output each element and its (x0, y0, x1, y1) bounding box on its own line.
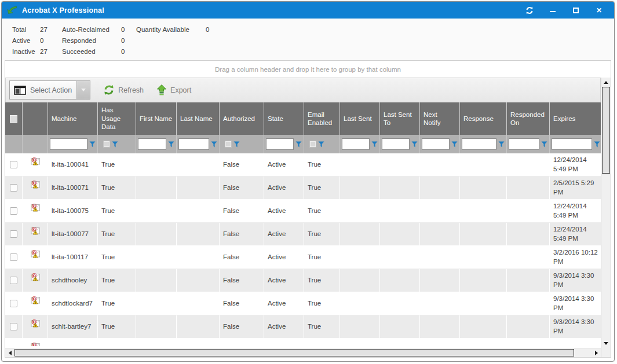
filter-icon[interactable] (594, 141, 600, 148)
filter-icon[interactable] (318, 141, 324, 148)
titlebar[interactable]: Acrobat X Professional ✕ (2, 2, 614, 19)
cell-state: Active (264, 292, 304, 315)
filter-icon[interactable] (211, 141, 217, 148)
column-header-response[interactable]: Response (460, 102, 507, 135)
scroll-up-button[interactable] (601, 78, 611, 87)
row-checkbox[interactable] (10, 300, 17, 307)
close-icon: ✕ (596, 7, 602, 14)
minimize-button[interactable] (548, 6, 557, 15)
table-row[interactable]: @schlt-bartley7TrueFalseActiveTrue9/3/20… (5, 315, 601, 339)
filter-icon[interactable] (411, 141, 418, 148)
table-row[interactable]: @lt-ita-100041TrueFalseActiveTrue12/24/2… (5, 153, 601, 177)
stat-value: 0 (121, 48, 136, 55)
filter-icon[interactable] (89, 141, 96, 148)
cell-last-name (177, 153, 220, 176)
row-status-cell: @ (23, 223, 48, 245)
cell-responded-on (507, 269, 550, 292)
filter-cell-has-usage-data (98, 135, 136, 153)
svg-text:@: @ (31, 156, 37, 163)
table-row[interactable]: @lt-ita-100077TrueFalseActiveTrue12/24/2… (5, 223, 601, 246)
filter-input-last-sent-to[interactable] (382, 138, 410, 150)
filter-checkbox-has-usage-data[interactable] (103, 141, 110, 148)
cell-last-name (177, 177, 220, 199)
cell-expires: 9/3/2014 3:30 PM (550, 315, 601, 338)
table-row[interactable]: @schdthooleyTrueFalseActiveTrue9/3/2014 … (5, 269, 601, 292)
filter-checkbox-authorized[interactable] (225, 141, 232, 148)
row-checkbox[interactable] (10, 161, 17, 168)
row-checkbox[interactable] (10, 184, 17, 192)
column-header-first-name[interactable]: First Name (136, 102, 177, 135)
column-header-has-usage-data[interactable]: Has Usage Data (98, 102, 136, 135)
filter-checkbox-email-enabled[interactable] (309, 141, 316, 148)
vertical-scrollbar[interactable] (601, 78, 611, 357)
filter-cell-expires (550, 135, 602, 153)
app-window: Acrobat X Professional ✕ Total27Auto-Rec… (1, 1, 615, 362)
filter-icon[interactable] (371, 141, 378, 148)
refresh-icon (103, 84, 115, 95)
filter-input-expires[interactable] (552, 138, 592, 150)
column-header-expires[interactable]: Expires (550, 102, 602, 135)
select-action-button[interactable]: Select Action (9, 80, 90, 100)
column-header-authorized[interactable]: Authorized (220, 102, 264, 135)
scroll-right-button[interactable] (592, 348, 601, 357)
row-checkbox[interactable] (10, 277, 17, 284)
filter-icon[interactable] (451, 141, 458, 148)
column-header-email-enabled[interactable]: Email Enabled (304, 102, 340, 135)
horizontal-scrollbar[interactable] (5, 348, 601, 357)
row-checkbox[interactable] (10, 253, 17, 261)
vertical-scroll-track[interactable] (601, 174, 611, 339)
filter-cell-state (264, 135, 304, 153)
filter-icon[interactable] (295, 141, 302, 148)
filter-icon[interactable] (112, 141, 118, 148)
column-header-state[interactable]: State (264, 102, 304, 135)
column-header-next-notify[interactable]: Next Notify (420, 102, 460, 135)
table-row[interactable]: @schlt-TrueFalseActiveTrue10/27/2014 (5, 339, 601, 346)
column-header-last-sent-to[interactable]: Last Sent To (380, 102, 420, 135)
table-row[interactable]: @lt-ita-100071TrueFalseActiveTrue2/5/201… (5, 177, 601, 200)
column-header-last-name[interactable]: Last Name (177, 102, 220, 135)
row-select-cell (5, 269, 23, 292)
table-row[interactable]: @schdtlockard7TrueFalseActiveTrue9/3/201… (5, 292, 601, 315)
cell-email-enabled: True (304, 200, 340, 222)
filter-input-machine[interactable] (50, 138, 87, 150)
horizontal-scroll-thumb[interactable] (14, 349, 574, 356)
maximize-button[interactable] (571, 6, 581, 15)
row-checkbox[interactable] (10, 207, 17, 215)
filter-icon[interactable] (498, 141, 505, 148)
cell-last-sent (340, 315, 380, 338)
cell-expires: 3/2/2016 10:12 PM (550, 246, 601, 269)
vertical-scroll-thumb[interactable] (602, 87, 610, 174)
filter-input-last-sent[interactable] (342, 138, 370, 150)
select-action-dropdown[interactable] (76, 81, 90, 99)
column-header-responded-on[interactable]: Responded On (507, 102, 550, 135)
cell-next-notify (420, 315, 460, 338)
minimize-icon (550, 11, 556, 12)
filter-input-state[interactable] (266, 138, 294, 150)
email-warning-icon: @ (30, 179, 41, 192)
cell-last-sent-to (380, 200, 420, 222)
filter-input-first-name[interactable] (138, 138, 166, 150)
scroll-down-button[interactable] (601, 339, 611, 348)
filter-icon[interactable] (168, 141, 174, 148)
filter-input-response[interactable] (462, 138, 496, 150)
column-header-last-sent[interactable]: Last Sent (340, 102, 380, 135)
filter-input-responded-on[interactable] (509, 138, 539, 150)
export-label: Export (170, 86, 191, 94)
column-header-machine[interactable]: Machine (48, 102, 98, 135)
refresh-button[interactable]: Refresh (103, 84, 144, 95)
close-button[interactable]: ✕ (594, 6, 604, 15)
group-by-band[interactable]: Drag a column header and drop it here to… (5, 61, 611, 78)
cell-expires: 9/3/2014 3:30 PM (550, 269, 601, 292)
window-refresh-button[interactable] (525, 6, 534, 15)
filter-icon[interactable] (541, 141, 547, 148)
table-row[interactable]: @lt-ita-100117TrueFalseActiveTrue3/2/201… (5, 246, 601, 269)
filter-input-next-notify[interactable] (422, 138, 450, 150)
scroll-left-button[interactable] (5, 348, 14, 357)
select-all-checkbox[interactable] (10, 115, 17, 123)
filter-icon[interactable] (233, 141, 240, 148)
row-checkbox[interactable] (10, 323, 17, 330)
export-button[interactable]: Export (156, 84, 191, 95)
filter-input-last-name[interactable] (178, 138, 209, 150)
row-checkbox[interactable] (10, 230, 17, 238)
table-row[interactable]: @lt-ita-100075TrueFalseActiveTrue12/24/2… (5, 200, 601, 223)
